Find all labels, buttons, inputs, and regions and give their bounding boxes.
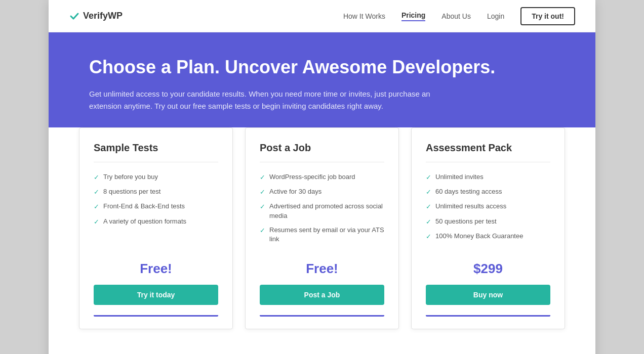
card-2-accent-line	[260, 315, 384, 317]
check-icon: ✓	[94, 173, 99, 182]
logo-icon	[69, 11, 80, 22]
check-icon: ✓	[426, 232, 431, 241]
check-icon: ✓	[426, 173, 431, 182]
list-item: ✓A variety of question formats	[94, 217, 218, 227]
card-3-price: $299	[426, 261, 550, 277]
check-icon: ✓	[94, 202, 99, 211]
check-icon: ✓	[94, 217, 99, 227]
card-1-accent-line	[94, 315, 218, 317]
list-item: ✓Front-End & Back-End tests	[94, 202, 218, 211]
list-item: ✓Try before you buy	[94, 172, 218, 182]
card-assessment-pack: Assessment Pack ✓Unlimited invites ✓60 d…	[411, 127, 565, 329]
list-item: ✓Resumes sent by email or via your ATS l…	[260, 226, 384, 244]
header: VerifyWP How It Works Pricing About Us L…	[49, 0, 595, 32]
card-2-price: Free!	[260, 261, 384, 277]
buy-now-button[interactable]: Buy now	[426, 285, 550, 305]
card-sample-tests: Sample Tests ✓Try before you buy ✓8 ques…	[79, 127, 233, 329]
card-1-title: Sample Tests	[94, 142, 218, 162]
check-icon: ✓	[426, 202, 431, 211]
card-2-features: ✓WordPress-specific job board ✓Active fo…	[260, 172, 384, 249]
check-icon: ✓	[260, 226, 265, 235]
card-3-features: ✓Unlimited invites ✓60 days testing acce…	[426, 172, 550, 249]
check-icon: ✓	[426, 217, 431, 227]
card-3-title: Assessment Pack	[426, 142, 550, 162]
hero-title: Choose a Plan. Uncover Awesome Developer…	[89, 57, 555, 78]
check-icon: ✓	[94, 188, 99, 197]
card-post-a-job: Post a Job ✓WordPress-specific job board…	[245, 127, 399, 329]
card-1-features: ✓Try before you buy ✓8 questions per tes…	[94, 172, 218, 249]
check-icon: ✓	[260, 173, 265, 182]
nav: How It Works Pricing About Us Login Try …	[343, 7, 575, 25]
try-it-today-button[interactable]: Try it today	[94, 285, 218, 305]
card-3-accent-line	[426, 315, 550, 317]
list-item: ✓60 days testing access	[426, 187, 550, 197]
try-it-out-button[interactable]: Try it out!	[520, 7, 575, 25]
check-icon: ✓	[260, 188, 265, 197]
check-icon: ✓	[426, 188, 431, 197]
nav-how-it-works[interactable]: How It Works	[343, 12, 385, 20]
page-wrapper: VerifyWP How It Works Pricing About Us L…	[49, 0, 595, 354]
hero-subtitle: Get unlimited access to your candidate r…	[89, 88, 433, 112]
pricing-cards-section: Sample Tests ✓Try before you buy ✓8 ques…	[49, 127, 595, 349]
cards-row: Sample Tests ✓Try before you buy ✓8 ques…	[79, 127, 565, 329]
list-item: ✓WordPress-specific job board	[260, 172, 384, 182]
list-item: ✓Unlimited invites	[426, 172, 550, 182]
list-item: ✓8 questions per test	[94, 187, 218, 197]
list-item: ✓50 questions per test	[426, 217, 550, 227]
card-1-price: Free!	[94, 261, 218, 277]
bottom-section: How Much Does a Bad Hire Cost? Hiring is…	[49, 349, 595, 354]
nav-about-us[interactable]: About Us	[441, 12, 471, 20]
logo-text: VerifyWP	[83, 11, 123, 21]
list-item: ✓Unlimited results access	[426, 202, 550, 211]
nav-login[interactable]: Login	[487, 12, 504, 20]
list-item: ✓Advertised and promoted across social m…	[260, 202, 384, 220]
nav-pricing[interactable]: Pricing	[401, 11, 425, 21]
card-2-title: Post a Job	[260, 142, 384, 162]
post-a-job-button[interactable]: Post a Job	[260, 285, 384, 305]
list-item: ✓Active for 30 days	[260, 187, 384, 197]
check-icon: ✓	[260, 202, 265, 211]
logo-area: VerifyWP	[69, 11, 123, 22]
list-item: ✓100% Money Back Guarantee	[426, 232, 550, 241]
